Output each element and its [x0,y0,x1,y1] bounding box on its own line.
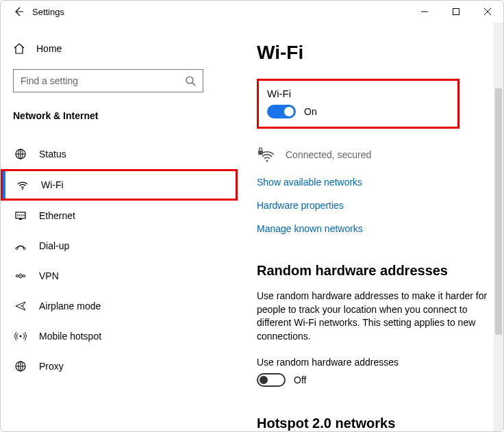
dialup-icon [14,240,27,252]
sidebar-item-label: Airplane mode [39,301,101,312]
ethernet-icon [14,209,27,222]
svg-line-5 [192,83,195,86]
random-hw-toggle-label: Use random hardware addresses [257,357,488,368]
home-icon [13,42,25,55]
sidebar-item-label: Wi-Fi [41,179,64,190]
settings-window: Settings Home Find a setting [0,0,504,432]
sidebar: Home Find a setting Network & Internet S… [1,23,238,431]
close-icon [484,8,491,15]
status-icon [14,148,27,160]
svg-point-17 [16,248,18,250]
svg-point-20 [23,275,25,277]
sidebar-item-hotspot[interactable]: Mobile hotspot [1,321,238,351]
wifi-toggle-label: Wi-Fi [267,88,449,99]
main-content: Wi-Fi Wi-Fi On [238,23,503,431]
home-label: Home [36,43,62,54]
sidebar-item-label: Dial-up [39,240,69,251]
back-button[interactable] [9,2,28,21]
home-link[interactable]: Home [13,34,238,64]
svg-point-22 [20,335,22,338]
svg-point-10 [22,188,23,190]
window-controls [409,1,503,23]
random-hw-toggle-row: Off [257,373,488,387]
svg-rect-28 [258,151,263,155]
search-placeholder: Find a setting [21,75,185,86]
section-title: Network & Internet [13,110,238,121]
sidebar-item-ethernet[interactable]: Ethernet [1,201,238,231]
random-hw-toggle-switch[interactable] [257,373,286,387]
manage-known-networks-link[interactable]: Manage known networks [257,223,488,234]
minimize-button[interactable] [409,1,440,23]
wifi-toggle-section: Wi-Fi On [257,79,459,129]
random-hw-description: Use random hardware addresses to make it… [257,290,488,343]
svg-point-27 [266,160,268,162]
connection-status-text: Connected, secured [286,149,371,160]
wifi-toggle-state: On [304,106,317,117]
sidebar-item-dialup[interactable]: Dial-up [1,231,238,261]
scrollbar[interactable] [494,23,503,431]
sidebar-item-proxy[interactable]: Proxy [1,351,238,381]
close-button[interactable] [472,1,503,23]
sidebar-item-vpn[interactable]: VPN [1,261,238,291]
window-body: Home Find a setting Network & Internet S… [1,23,503,431]
sidebar-item-label: Proxy [39,361,64,372]
hotspot2-heading: Hotspot 2.0 networks [257,416,488,431]
window-title: Settings [32,7,64,17]
sidebar-item-airplane[interactable]: Airplane mode [1,291,238,321]
random-hw-toggle-state: Off [294,374,306,385]
airplane-icon [14,300,27,312]
svg-rect-1 [453,9,459,15]
search-icon [185,75,196,86]
wifi-toggle-row: On [267,105,449,118]
secured-wifi-icon [257,145,276,164]
wifi-icon [16,179,29,191]
sidebar-item-label: Status [39,149,66,160]
wifi-toggle-switch[interactable] [267,105,296,118]
show-networks-link[interactable]: Show available networks [257,177,488,188]
svg-rect-12 [19,218,22,220]
hardware-properties-link[interactable]: Hardware properties [257,200,488,211]
proxy-icon [14,360,27,372]
sidebar-item-status[interactable]: Status [1,139,238,169]
svg-point-19 [16,275,18,277]
sidebar-item-label: Mobile hotspot [39,331,101,342]
search-input[interactable]: Find a setting [13,69,203,92]
sidebar-nav: Status Wi-Fi Ethernet [13,139,238,381]
svg-point-4 [186,77,193,84]
sidebar-item-label: Ethernet [39,210,75,221]
minimize-icon [421,8,428,15]
vpn-icon [14,270,27,282]
hotspot-icon [14,330,27,342]
scrollbar-thumb[interactable] [495,88,502,335]
random-hw-heading: Random hardware addresses [257,263,488,279]
svg-point-18 [23,248,25,250]
connection-status-row[interactable]: Connected, secured [257,145,488,164]
titlebar: Settings [1,1,503,23]
maximize-button[interactable] [440,1,472,23]
sidebar-item-wifi[interactable]: Wi-Fi [1,169,238,201]
maximize-icon [453,8,459,15]
page-title: Wi-Fi [257,42,488,64]
back-arrow-icon [13,6,24,17]
sidebar-item-label: VPN [39,270,59,281]
